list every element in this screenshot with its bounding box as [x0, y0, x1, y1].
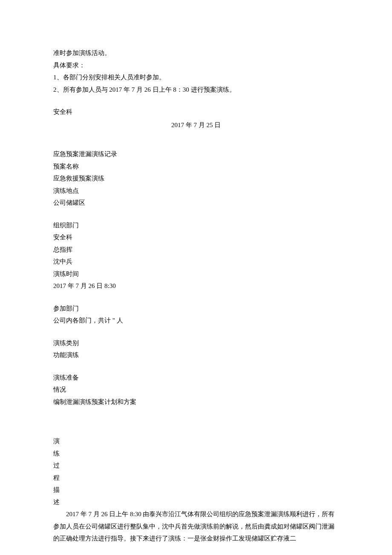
process-label: 演	[53, 435, 339, 447]
category-label: 演练类别	[53, 337, 339, 349]
process-label: 程	[53, 472, 339, 484]
time: 2017 年 7 月 26 日 8:30	[53, 280, 339, 292]
participants-label: 参加部门	[53, 302, 339, 315]
record-title: 应急预案泄漏演练记录	[53, 148, 339, 160]
category: 功能演练	[53, 349, 339, 361]
notice-line: 1、各部门分别安排相关人员准时参加。	[53, 71, 339, 84]
notice-date: 2017 年 7 月 25 日	[53, 119, 339, 131]
plan-name: 应急救援预案演练	[53, 172, 339, 185]
location: 公司储罐区	[53, 197, 339, 209]
notice-dept: 安全科	[53, 106, 339, 118]
plan-name-label: 预案名称	[53, 160, 339, 173]
process-label: 述	[53, 496, 339, 509]
time-label: 演练时间	[53, 268, 339, 280]
notice-line: 准时参加演练活动。	[53, 47, 339, 59]
process-label: 描	[53, 484, 339, 496]
commander: 沈中兵	[53, 256, 339, 268]
process-text: 2017 年 7 月 26 日上午 8:30 由泰兴市沿江气体有限公司组织的应急…	[53, 508, 339, 545]
participants: 公司内各部门，共计 " 人	[53, 314, 339, 327]
prep: 编制泄漏演练预案计划和方案	[53, 396, 339, 408]
location-label: 演练地点	[53, 185, 339, 197]
notice-line: 2、所有参加人员与 2017 年 7 月 26 日上午 8：30 进行预案演练。	[53, 84, 339, 96]
org-dept: 安全科	[53, 231, 339, 244]
process-label: 过	[53, 459, 339, 472]
process-label: 练	[53, 447, 339, 460]
notice-line: 具体要求：	[53, 59, 339, 72]
prep-label: 演练准备	[53, 372, 339, 384]
prep-label: 情况	[53, 384, 339, 396]
document-page: 准时参加演练活动。 具体要求： 1、各部门分别安排相关人员准时参加。 2、所有参…	[0, 0, 392, 555]
org-dept-label: 组织部门	[53, 219, 339, 232]
commander-label: 总指挥	[53, 244, 339, 256]
